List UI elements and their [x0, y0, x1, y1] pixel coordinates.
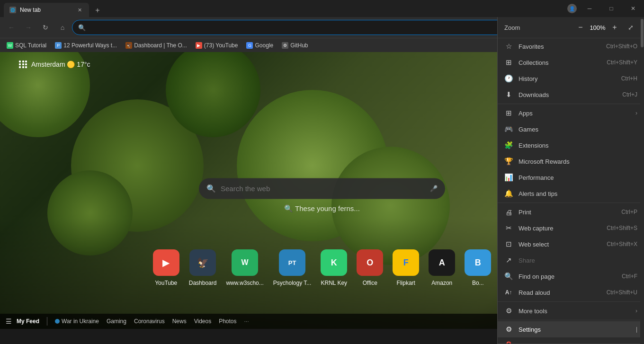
- menu-item-moretools[interactable]: ⚙ More tools ›: [498, 303, 644, 319]
- fav-powerful[interactable]: P 12 Powerful Ways t...: [52, 41, 120, 50]
- menu-item-favorites[interactable]: ☆ Favorites Ctrl+Shift+O: [498, 38, 644, 54]
- more-feed-button[interactable]: ···: [244, 318, 249, 325]
- search-mic-icon[interactable]: 🎤: [430, 185, 438, 192]
- maximize-button[interactable]: □: [600, 0, 622, 17]
- quick-link-bo[interactable]: B Bo...: [465, 249, 491, 286]
- youtube-label: YouTube: [155, 280, 177, 286]
- quick-link-psychology[interactable]: PT Psychology T...: [273, 249, 311, 286]
- fav-powerful-icon: P: [55, 42, 62, 49]
- zoom-increase-button[interactable]: +: [608, 21, 621, 34]
- menu-item-performance[interactable]: 📊 Performance: [498, 169, 644, 185]
- fav-github[interactable]: ⚙ GitHub: [279, 41, 311, 50]
- menu-item-rewards[interactable]: 🏆 Microsoft Rewards: [498, 153, 644, 169]
- quick-link-office[interactable]: O Office: [357, 249, 383, 286]
- performance-menu-label: Performance: [519, 174, 637, 181]
- apps-menu-label: Apps: [519, 110, 626, 117]
- zoom-fullscreen-button[interactable]: ⤢: [624, 21, 637, 34]
- collections-menu-label: Collections: [519, 59, 601, 66]
- caption-text: 🔍 These young ferns...: [284, 204, 360, 213]
- flipkart-label: Flipkart: [397, 280, 415, 286]
- menu-item-webcapture[interactable]: ✂ Web capture Ctrl+Shift+S: [498, 220, 644, 236]
- coronavirus-item[interactable]: Coronavirus: [134, 318, 165, 325]
- dashboard-icon: 🦅: [189, 249, 216, 276]
- print-shortcut: Ctrl+P: [621, 209, 637, 215]
- favorites-shortcut: Ctrl+Shift+O: [606, 43, 637, 50]
- apps-menu-icon: ⊞: [504, 109, 513, 117]
- menu-item-history[interactable]: 🕐 History Ctrl+H: [498, 71, 644, 87]
- bottom-bar-left: ☰ My Feed: [6, 318, 39, 325]
- scrollbar-thumb[interactable]: [641, 19, 644, 47]
- menu-item-helpfeedback[interactable]: ❓ Help and feedback ›: [498, 337, 644, 344]
- photos-item[interactable]: Photos: [219, 318, 236, 325]
- zoom-decrease-button[interactable]: −: [574, 21, 587, 34]
- bo-icon: B: [465, 249, 491, 276]
- war-ukraine-item[interactable]: War in Ukraine: [55, 318, 99, 325]
- hamburger-icon[interactable]: ☰: [6, 318, 12, 325]
- fav-github-icon: ⚙: [282, 42, 288, 49]
- refresh-button[interactable]: ↻: [38, 20, 53, 35]
- quick-link-amazon[interactable]: A Amazon: [429, 249, 455, 286]
- back-button[interactable]: ←: [4, 20, 19, 35]
- videos-item[interactable]: Videos: [194, 318, 211, 325]
- scrollbar-track: [640, 17, 644, 344]
- menu-item-extensions[interactable]: 🧩 Extensions: [498, 137, 644, 153]
- menu-item-apps[interactable]: ⊞ Apps ›: [498, 105, 644, 121]
- quick-link-flipkart[interactable]: F Flipkart: [393, 249, 419, 286]
- tab-favicon: 🌐: [9, 7, 16, 13]
- fav-dashboard-label: Dashboard | The O...: [134, 42, 187, 49]
- fav-sql[interactable]: W SQL Tutorial: [4, 41, 49, 50]
- new-tab-button[interactable]: +: [91, 4, 104, 17]
- downloads-icon: ⬇: [504, 90, 513, 99]
- quick-link-w3schools[interactable]: W www.w3scho...: [226, 249, 263, 286]
- gaming-item[interactable]: Gaming: [107, 318, 126, 325]
- apps-grid-icon[interactable]: [19, 61, 27, 68]
- menu-item-downloads[interactable]: ⬇ Downloads Ctrl+J: [498, 87, 644, 103]
- address-input[interactable]: [89, 24, 555, 31]
- close-button[interactable]: ✕: [622, 0, 644, 17]
- webcapture-shortcut: Ctrl+Shift+S: [607, 225, 637, 231]
- games-icon: 🎮: [504, 125, 513, 133]
- search-container: 🔍 🎤: [199, 178, 445, 199]
- apps-arrow: ›: [635, 110, 637, 116]
- active-tab[interactable]: 🌐 New tab ✕: [4, 3, 89, 17]
- menu-item-readaloud[interactable]: A↑ Read aloud Ctrl+Shift+U: [498, 284, 644, 300]
- address-bar[interactable]: 🔍: [72, 20, 561, 35]
- news-item[interactable]: News: [172, 318, 187, 325]
- menu-item-settings[interactable]: ⚙ Settings |: [498, 321, 644, 337]
- search-input[interactable]: [221, 185, 425, 193]
- quick-link-youtube[interactable]: ▶ YouTube: [153, 249, 179, 286]
- minimize-button[interactable]: ─: [579, 0, 600, 17]
- menu-item-find[interactable]: 🔍 Find on page Ctrl+F: [498, 268, 644, 284]
- helpfeedback-arrow: ›: [635, 342, 637, 344]
- menu-item-alerts[interactable]: 🔔 Alerts and tips: [498, 185, 644, 202]
- fav-youtube[interactable]: ▶ (73) YouTube: [193, 41, 241, 50]
- moretools-menu-label: More tools: [519, 308, 626, 315]
- browser-frame: 🌐 New tab ✕ + 👤 ─ □ ✕ ← → ↻ ⌂ 🔍 ⊞ ☆ 🛡: [0, 0, 644, 344]
- home-button[interactable]: ⌂: [55, 20, 70, 35]
- menu-item-collections[interactable]: ⊞ Collections Ctrl+Shift+Y: [498, 54, 644, 71]
- fav-sql-icon: W: [7, 42, 13, 49]
- my-feed-label[interactable]: My Feed: [17, 318, 39, 325]
- alerts-menu-label: Alerts and tips: [519, 190, 637, 197]
- forward-button[interactable]: →: [21, 20, 36, 35]
- quick-link-krnl[interactable]: K KRNL Key: [321, 249, 347, 286]
- helpfeedback-icon: ❓: [504, 341, 513, 344]
- zoom-label: Zoom: [504, 24, 574, 31]
- menu-item-print[interactable]: 🖨 Print Ctrl+P: [498, 204, 644, 220]
- fav-youtube-label: (73) YouTube: [204, 42, 238, 49]
- psychology-label: Psychology T...: [273, 280, 311, 286]
- extensions-menu-label: Extensions: [519, 142, 637, 149]
- fav-google[interactable]: G Google: [243, 41, 276, 50]
- webselect-icon: ⊡: [504, 240, 513, 248]
- search-box[interactable]: 🔍 🎤: [199, 178, 445, 199]
- menu-item-games[interactable]: 🎮 Games: [498, 121, 644, 137]
- menu-item-webselect[interactable]: ⊡ Web select Ctrl+Shift+X: [498, 236, 644, 252]
- tab-close-button[interactable]: ✕: [76, 6, 83, 14]
- fav-dashboard[interactable]: 🦅 Dashboard | The O...: [123, 41, 190, 50]
- profile-icon[interactable]: 👤: [567, 4, 577, 13]
- fav-dashboard-icon: 🦅: [125, 42, 132, 49]
- zoom-value: 100%: [587, 24, 608, 31]
- menu-item-share[interactable]: ↗ Share: [498, 252, 644, 268]
- quick-link-dashboard[interactable]: 🦅 Dashboard: [189, 249, 217, 286]
- fav-google-label: Google: [255, 42, 273, 49]
